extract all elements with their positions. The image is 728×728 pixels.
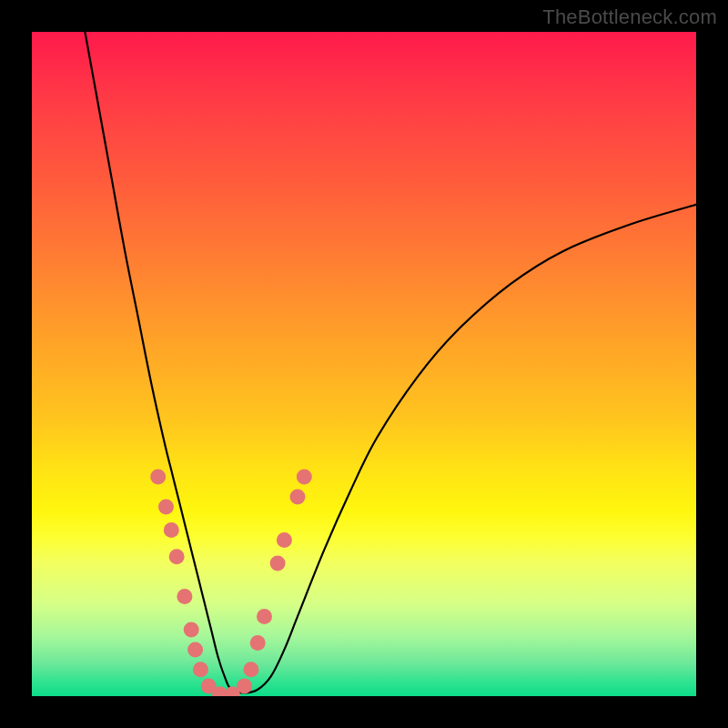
- bottleneck-curve: [85, 32, 696, 693]
- highlight-dot: [277, 532, 292, 548]
- chart-frame: TheBottleneck.com: [0, 0, 728, 728]
- highlight-dot: [184, 622, 199, 638]
- plot-area: [32, 32, 696, 696]
- highlight-dot: [177, 589, 192, 604]
- highlight-dot: [169, 549, 185, 564]
- highlight-dot: [243, 662, 258, 677]
- highlight-dot: [237, 679, 252, 694]
- highlight-dot: [270, 556, 286, 571]
- watermark-text: TheBottleneck.com: [542, 5, 717, 29]
- highlight-dot: [187, 642, 203, 657]
- curve-layer: [32, 32, 696, 696]
- highlight-dot: [257, 609, 272, 624]
- highlight-dot: [193, 662, 208, 677]
- highlighted-dots: [150, 470, 312, 696]
- highlight-dot: [164, 522, 179, 538]
- highlight-dot: [290, 490, 306, 505]
- highlight-dot: [150, 470, 166, 485]
- highlight-dot: [297, 470, 312, 485]
- highlight-dot: [158, 499, 174, 514]
- highlight-dot: [250, 635, 266, 651]
